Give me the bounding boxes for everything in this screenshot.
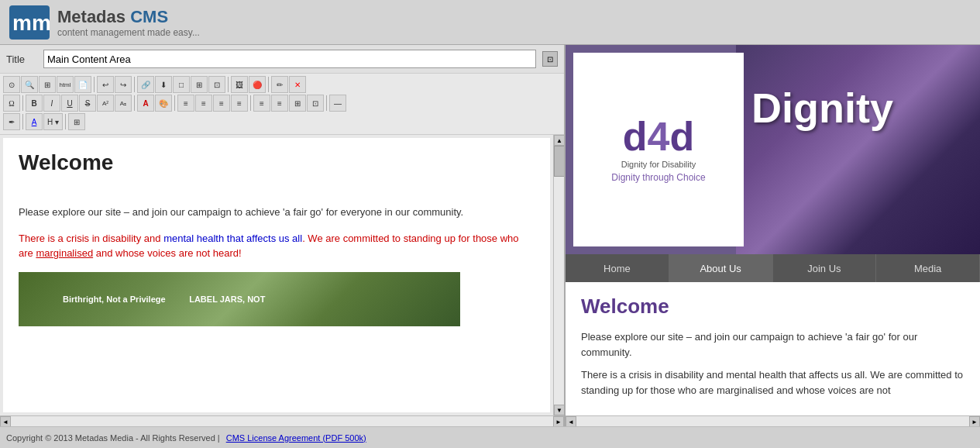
preview-logo-box: d4d Dignity for Disability Dignity throu… bbox=[573, 53, 744, 246]
sep10 bbox=[22, 114, 23, 129]
scroll-thumb[interactable] bbox=[554, 146, 564, 177]
tb-media[interactable]: □ bbox=[173, 76, 190, 93]
sep8 bbox=[250, 95, 251, 111]
tb-table3[interactable]: ⊞ bbox=[68, 113, 85, 130]
tb-align-center[interactable]: ≡ bbox=[195, 95, 212, 112]
preview-panel: d4d Dignity for Disability Dignity throu… bbox=[566, 45, 980, 426]
tb-red[interactable]: 🔴 bbox=[249, 76, 266, 93]
preview-para1: Please explore our site – and join our c… bbox=[581, 329, 965, 360]
tb-pencil[interactable]: ✏ bbox=[271, 76, 288, 93]
sep5 bbox=[22, 95, 23, 111]
logo-subtitle: content management made easy... bbox=[57, 27, 200, 38]
scroll-down-arrow[interactable]: ▼ bbox=[554, 405, 564, 415]
sep1 bbox=[94, 77, 95, 92]
logo-title: Metadas CMS bbox=[57, 7, 200, 27]
tb-bold[interactable]: B bbox=[26, 95, 43, 112]
tb-omega[interactable]: Ω bbox=[3, 95, 20, 112]
tb-zoom-out[interactable]: ⊙ bbox=[3, 76, 20, 93]
tb-hr[interactable]: — bbox=[329, 95, 346, 112]
tb-link[interactable]: 🔗 bbox=[137, 76, 154, 93]
scroll-x-track bbox=[11, 416, 553, 426]
tb-font-a[interactable]: A bbox=[26, 113, 43, 130]
preview-content: Welcome Please explore our site – and jo… bbox=[566, 282, 980, 415]
nav-home[interactable]: Home bbox=[566, 254, 669, 282]
tb-heading[interactable]: H ▾ bbox=[43, 113, 63, 130]
tb-source[interactable]: ⊞ bbox=[39, 76, 56, 93]
tb-image[interactable]: 🖼 bbox=[231, 76, 248, 93]
sep7 bbox=[174, 95, 175, 111]
tb-undo[interactable]: ↩ bbox=[97, 76, 114, 93]
title-label: Title bbox=[6, 53, 37, 65]
logo-icon: mm bbox=[9, 5, 50, 40]
tb-ul[interactable]: ≡ bbox=[271, 95, 288, 112]
scroll-left-arrow[interactable]: ◄ bbox=[0, 416, 11, 426]
tb-ol[interactable]: ≡ bbox=[253, 95, 270, 112]
tb-bg-color[interactable]: 🎨 bbox=[155, 95, 172, 112]
toolbar-row-1: ⊙ 🔍 ⊞ html 📄 ↩ ↪ 🔗 ⬇ □ ⊞ ⊡ 🖼 🔴 ✏ ✕ bbox=[3, 76, 561, 93]
content-heading: Welcome bbox=[19, 150, 535, 175]
nav-join[interactable]: Join Us bbox=[773, 254, 877, 282]
sep6 bbox=[134, 95, 135, 111]
main-layout: Title ⊡ ⊙ 🔍 ⊞ html 📄 ↩ ↪ 🔗 ⬇ □ ⊞ ⊡ bbox=[0, 45, 980, 426]
title-bar: Title ⊡ bbox=[0, 45, 564, 74]
tb-outdent[interactable]: ⊡ bbox=[307, 95, 324, 112]
sep2 bbox=[134, 77, 135, 92]
tb-font-color[interactable]: A bbox=[137, 95, 154, 112]
nav-media[interactable]: Media bbox=[876, 254, 980, 282]
cms-editor-panel: Title ⊡ ⊙ 🔍 ⊞ html 📄 ↩ ↪ 🔗 ⬇ □ ⊞ ⊡ bbox=[0, 45, 566, 426]
scroll-right-arrow[interactable]: ► bbox=[553, 416, 564, 426]
d4d-tagline: Dignity for Disability bbox=[621, 160, 696, 169]
tb-table[interactable]: ⊞ bbox=[191, 76, 208, 93]
tb-strikethrough[interactable]: S bbox=[79, 95, 96, 112]
tb-new-doc[interactable]: 📄 bbox=[74, 76, 91, 93]
tb-pen[interactable]: ✒ bbox=[3, 113, 20, 130]
tb-redo[interactable]: ↪ bbox=[115, 76, 132, 93]
preview-heading: Welcome bbox=[581, 295, 965, 319]
vertical-scrollbar[interactable]: ▲ ▼ bbox=[553, 135, 564, 415]
svg-text:mm: mm bbox=[12, 11, 50, 35]
sep4 bbox=[268, 77, 269, 92]
cms-license-link[interactable]: CMS License Agreement (PDF 500k) bbox=[226, 433, 366, 443]
tb-zoom-in[interactable]: 🔍 bbox=[21, 76, 38, 93]
content-para1: Please explore our site – and join our c… bbox=[19, 205, 535, 220]
tb-align-justify[interactable]: ≡ bbox=[231, 95, 248, 112]
title-input[interactable] bbox=[43, 50, 536, 68]
d4d-subtitle: Dignity through Choice bbox=[611, 172, 705, 183]
tb-italic[interactable]: I bbox=[43, 95, 60, 112]
preview-scroll-left[interactable]: ◄ bbox=[566, 416, 576, 426]
tb-close[interactable]: ✕ bbox=[289, 76, 306, 93]
preview-header: d4d Dignity for Disability Dignity throu… bbox=[566, 45, 980, 254]
sep9 bbox=[326, 95, 327, 111]
copyright-text: Copyright © 2013 Metadas Media - All Rig… bbox=[6, 433, 220, 443]
maximize-button[interactable]: ⊡ bbox=[542, 51, 558, 67]
toolbar-row-3: ✒ A H ▾ ⊞ bbox=[3, 113, 561, 130]
tb-super[interactable]: A² bbox=[97, 95, 114, 112]
tb-table2[interactable]: ⊡ bbox=[208, 76, 225, 93]
editor-content-area[interactable]: Welcome Please explore our site – and jo… bbox=[3, 138, 550, 412]
editor-body: Welcome Please explore our site – and jo… bbox=[0, 135, 564, 415]
preview-scroll-right[interactable]: ► bbox=[969, 416, 980, 426]
tb-html[interactable]: html bbox=[57, 76, 74, 93]
nav-about[interactable]: About Us bbox=[669, 254, 773, 282]
editor-toolbar: ⊙ 🔍 ⊞ html 📄 ↩ ↪ 🔗 ⬇ □ ⊞ ⊡ 🖼 🔴 ✏ ✕ bbox=[0, 74, 564, 135]
protest-image bbox=[19, 272, 460, 326]
tb-sub[interactable]: A₂ bbox=[115, 95, 132, 112]
app-header: mm Metadas CMS content management made e… bbox=[0, 0, 980, 45]
toolbar-row-2: Ω B I U S A² A₂ A 🎨 ≡ ≡ ≡ ≡ ≡ ≡ ⊞ ⊡ bbox=[3, 95, 561, 112]
scroll-up-arrow[interactable]: ▲ bbox=[554, 135, 564, 146]
logo-text: Metadas CMS content management made easy… bbox=[57, 7, 200, 38]
preview-background bbox=[736, 45, 980, 254]
content-para2: There is a crisis in disability and ment… bbox=[19, 231, 535, 261]
tb-underline[interactable]: U bbox=[61, 95, 78, 112]
logo: mm Metadas CMS content management made e… bbox=[9, 5, 200, 40]
preview-header-title: Dignity bbox=[751, 84, 893, 132]
tb-align-left[interactable]: ≡ bbox=[177, 95, 194, 112]
footer: Copyright © 2013 Metadas Media - All Rig… bbox=[0, 426, 980, 448]
tb-indent[interactable]: ⊞ bbox=[289, 95, 306, 112]
horizontal-scrollbar[interactable]: ◄ ► bbox=[0, 415, 564, 426]
preview-hscroll[interactable]: ◄ ► bbox=[566, 415, 980, 426]
tb-anchor[interactable]: ⬇ bbox=[155, 76, 172, 93]
preview-para2: There is a crisis in disability and ment… bbox=[581, 367, 965, 398]
tb-align-right[interactable]: ≡ bbox=[213, 95, 230, 112]
preview-scroll-track bbox=[576, 416, 969, 426]
